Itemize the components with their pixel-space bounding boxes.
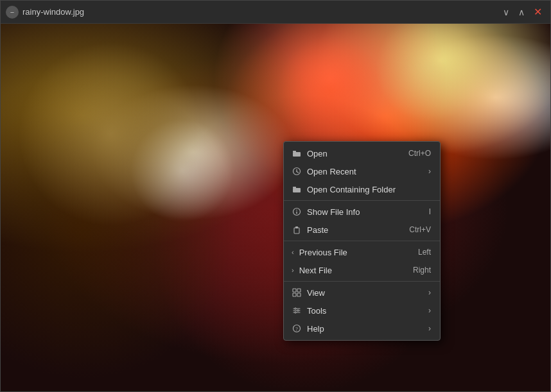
- menu-item-open[interactable]: Open Ctrl+O: [284, 144, 440, 162]
- menu-show-file-info-shortcut: I: [429, 207, 431, 216]
- svg-rect-1: [293, 152, 301, 157]
- menu-open-containing-label: Open Containing Folder: [307, 185, 396, 194]
- menu-item-open-recent[interactable]: Open Recent ›: [284, 162, 440, 180]
- next-arrow-icon: ›: [292, 266, 294, 274]
- submenu-arrow-tools: ›: [428, 306, 431, 315]
- window-icon-char: −: [10, 8, 14, 16]
- submenu-arrow-open-recent: ›: [428, 167, 431, 176]
- svg-rect-10: [294, 228, 299, 234]
- svg-rect-0: [293, 151, 296, 152]
- svg-point-21: [295, 312, 296, 313]
- image-area: Open Ctrl+O Open Recent ›: [1, 24, 550, 391]
- app-window: − rainy-window.jpg ∨ ∧ ✕: [0, 0, 551, 392]
- menu-item-previous-file[interactable]: ‹ Previous File Left: [284, 243, 440, 261]
- svg-rect-9: [296, 212, 297, 214]
- maximize-button[interactable]: ∧: [515, 6, 528, 18]
- menu-item-open-containing[interactable]: Open Containing Folder: [284, 180, 440, 198]
- menu-previous-file-shortcut: Left: [418, 248, 431, 257]
- svg-rect-12: [293, 289, 296, 292]
- paste-icon: [292, 225, 302, 235]
- svg-rect-5: [293, 187, 296, 188]
- titlebar-controls: ∨ ∧ ✕: [500, 6, 545, 19]
- menu-previous-file-label: Previous File: [299, 248, 347, 257]
- svg-text:?: ?: [295, 327, 298, 332]
- svg-rect-11: [295, 226, 298, 228]
- menu-item-paste[interactable]: Paste Ctrl+V: [284, 221, 440, 239]
- folder-icon: [292, 184, 302, 194]
- menu-open-label: Open: [307, 149, 328, 158]
- menu-paste-shortcut: Ctrl+V: [409, 225, 431, 234]
- titlebar-left: − rainy-window.jpg: [6, 6, 84, 19]
- menu-next-file-shortcut: Right: [413, 266, 431, 275]
- submenu-arrow-view: ›: [428, 288, 431, 297]
- menu-item-next-file[interactable]: › Next File Right: [284, 261, 440, 279]
- window-title: rainy-window.jpg: [22, 7, 84, 17]
- menu-open-shortcut: Ctrl+O: [408, 149, 431, 158]
- context-menu: Open Ctrl+O Open Recent ›: [283, 141, 441, 341]
- info-icon: [292, 207, 302, 217]
- svg-line-4: [297, 172, 299, 173]
- help-icon: ?: [292, 323, 302, 334]
- menu-next-file-label: Next File: [299, 266, 332, 275]
- menu-item-tools[interactable]: Tools ›: [284, 302, 440, 320]
- menu-item-view[interactable]: View ›: [284, 284, 440, 302]
- svg-rect-13: [297, 289, 301, 292]
- menu-tools-label: Tools: [307, 306, 326, 316]
- svg-point-19: [295, 308, 296, 309]
- separator-3: [284, 281, 440, 282]
- menu-open-recent-label: Open Recent: [307, 167, 356, 176]
- clock-icon: [292, 166, 302, 176]
- svg-rect-14: [293, 293, 296, 296]
- menu-show-file-info-label: Show File Info: [307, 207, 360, 217]
- svg-point-20: [297, 310, 299, 311]
- svg-rect-6: [293, 188, 301, 192]
- menu-item-show-file-info[interactable]: Show File Info I: [284, 203, 440, 221]
- submenu-arrow-help: ›: [428, 324, 431, 333]
- folder-open-icon: [292, 148, 302, 158]
- menu-help-label: Help: [307, 324, 324, 334]
- image-background: [1, 24, 550, 391]
- separator-2: [284, 241, 440, 241]
- menu-paste-label: Paste: [307, 225, 328, 235]
- close-button[interactable]: ✕: [530, 6, 545, 19]
- menu-item-help[interactable]: ? Help ›: [284, 320, 440, 337]
- tools-icon: [292, 305, 302, 316]
- svg-rect-15: [297, 293, 301, 296]
- menu-view-label: View: [307, 288, 325, 298]
- minimize-button[interactable]: ∨: [500, 6, 512, 18]
- view-icon: [292, 287, 302, 298]
- svg-point-8: [296, 210, 297, 211]
- prev-arrow-icon: ‹: [292, 248, 294, 256]
- window-icon: −: [6, 6, 19, 19]
- titlebar: − rainy-window.jpg ∨ ∧ ✕: [1, 1, 550, 24]
- separator-1: [284, 200, 440, 201]
